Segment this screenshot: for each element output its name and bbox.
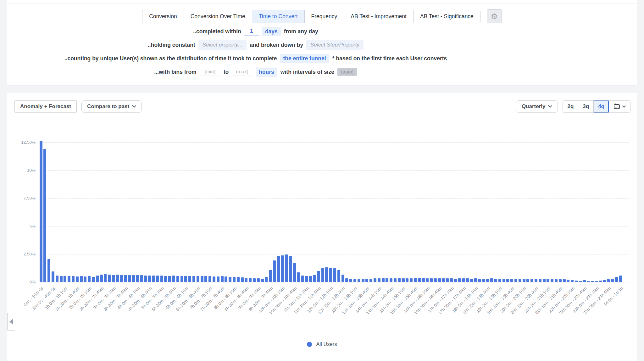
histogram-bar[interactable] (188, 276, 191, 282)
histogram-bar[interactable] (313, 275, 316, 282)
histogram-bar[interactable] (374, 278, 376, 282)
histogram-bar[interactable] (43, 149, 46, 282)
histogram-bar[interactable] (217, 276, 219, 282)
histogram-bar[interactable] (197, 276, 199, 282)
histogram-bar[interactable] (293, 263, 296, 282)
histogram-bar[interactable] (88, 276, 91, 282)
histogram-bar[interactable] (341, 275, 344, 282)
histogram-bar[interactable] (506, 279, 509, 282)
bin-size-input[interactable]: (auto) (337, 68, 357, 76)
histogram-bar[interactable] (164, 276, 167, 282)
histogram-bar[interactable] (474, 278, 477, 282)
histogram-bar[interactable] (398, 278, 401, 282)
histogram-bar[interactable] (229, 277, 231, 282)
histogram-bar[interactable] (547, 279, 549, 282)
histogram-bar[interactable] (92, 277, 95, 282)
histogram-bar[interactable] (583, 280, 586, 282)
bin-max-input[interactable]: (max) (232, 69, 253, 75)
histogram-bar[interactable] (269, 270, 272, 282)
tab-ab-test-improvement[interactable]: AB Test - Improvement (344, 10, 414, 23)
histogram-bar[interactable] (321, 268, 324, 282)
histogram-bar[interactable] (140, 275, 143, 282)
histogram-bar[interactable] (510, 279, 513, 282)
histogram-bar[interactable] (422, 278, 425, 282)
tab-time-to-convert[interactable]: Time to Convert (252, 10, 305, 23)
histogram-bar[interactable] (430, 278, 433, 282)
histogram-bar[interactable] (523, 279, 525, 282)
histogram-bar[interactable] (418, 278, 421, 282)
histogram-bar[interactable] (579, 281, 582, 282)
histogram-bar[interactable] (454, 279, 457, 282)
histogram-bar[interactable] (539, 279, 541, 282)
histogram-bar[interactable] (72, 276, 75, 282)
histogram-bar[interactable] (253, 278, 256, 282)
histogram-bar[interactable] (345, 278, 348, 282)
histogram-bar[interactable] (571, 280, 574, 282)
histogram-bar[interactable] (378, 278, 380, 282)
histogram-bar[interactable] (615, 277, 618, 282)
histogram-bar[interactable] (365, 279, 368, 282)
histogram-bar[interactable] (530, 279, 533, 282)
histogram-bar[interactable] (406, 278, 408, 282)
histogram-bar[interactable] (104, 274, 107, 282)
histogram-bar[interactable] (305, 276, 308, 282)
histogram-bar[interactable] (349, 279, 352, 282)
histogram-bar[interactable] (353, 279, 356, 282)
histogram-bar[interactable] (470, 279, 473, 282)
histogram-bar[interactable] (80, 276, 83, 282)
histogram-bar[interactable] (148, 276, 151, 282)
histogram-bar[interactable] (261, 279, 264, 282)
histogram-bar[interactable] (96, 276, 99, 282)
histogram-bar[interactable] (599, 281, 602, 282)
histogram-bar[interactable] (289, 256, 292, 282)
histogram-bar[interactable] (56, 276, 58, 282)
histogram-bar[interactable] (112, 275, 115, 282)
histogram-bar[interactable] (281, 255, 284, 282)
histogram-bar[interactable] (241, 277, 244, 282)
histogram-bar[interactable] (446, 278, 449, 282)
histogram-bar[interactable] (47, 259, 50, 282)
histogram-bar[interactable] (466, 278, 469, 282)
histogram-bar[interactable] (386, 278, 388, 282)
histogram-bar[interactable] (180, 276, 183, 282)
histogram-bar[interactable] (213, 276, 215, 282)
histogram-bar[interactable] (362, 279, 364, 282)
histogram-bar[interactable] (595, 281, 598, 282)
histogram-bar[interactable] (60, 276, 63, 282)
breakdown-select[interactable]: Select Step/Property (306, 40, 364, 50)
tab-frequency[interactable]: Frequency (305, 10, 344, 23)
histogram-bar[interactable] (458, 278, 461, 282)
legend-item-all-users[interactable]: All Users (7, 341, 637, 347)
tab-conversion[interactable]: Conversion (142, 10, 184, 23)
histogram-bar[interactable] (277, 256, 280, 282)
histogram-bar[interactable] (116, 275, 119, 282)
histogram-bar[interactable] (478, 279, 481, 282)
histogram-bar[interactable] (201, 276, 203, 282)
histogram-bar[interactable] (325, 267, 328, 282)
histogram-bar[interactable] (526, 279, 529, 282)
histogram-bar[interactable] (76, 276, 79, 282)
histogram-bar[interactable] (434, 278, 437, 282)
histogram-bar[interactable] (402, 278, 405, 282)
histogram-bar[interactable] (555, 279, 558, 282)
histogram-bar[interactable] (482, 279, 485, 282)
histogram-bar[interactable] (156, 276, 159, 282)
histogram-bar[interactable] (301, 276, 304, 282)
histogram-bar[interactable] (144, 276, 147, 282)
histogram-bar[interactable] (192, 276, 195, 282)
histogram-bar[interactable] (64, 276, 66, 282)
histogram-bar[interactable] (172, 276, 175, 282)
histogram-bar[interactable] (204, 276, 207, 282)
histogram-bar[interactable] (317, 271, 320, 282)
histogram-bar[interactable] (168, 276, 171, 282)
histogram-bar[interactable] (265, 277, 268, 282)
histogram-bar[interactable] (84, 276, 86, 282)
window-value-input[interactable]: 1 (244, 27, 259, 36)
histogram-bar[interactable] (559, 279, 562, 282)
histogram-bar[interactable] (514, 279, 517, 282)
histogram-bar[interactable] (333, 268, 336, 282)
settings-button[interactable]: ⚙ (487, 9, 502, 23)
histogram-bar[interactable] (337, 270, 340, 282)
histogram-bar[interactable] (502, 279, 505, 282)
histogram-bar[interactable] (245, 278, 247, 282)
